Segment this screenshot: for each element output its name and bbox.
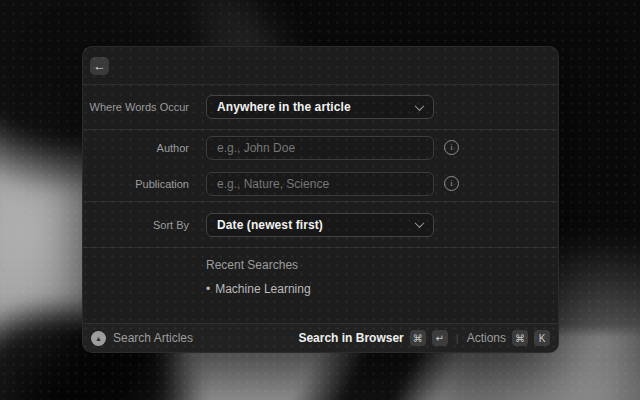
- where-words-label: Where Words Occur: [83, 101, 189, 113]
- window-header: ←: [83, 47, 558, 84]
- sort-by-label: Sort By: [83, 219, 189, 231]
- sort-by-value: Date (newest first): [217, 218, 323, 232]
- back-button[interactable]: ←: [90, 57, 109, 75]
- sort-by-select[interactable]: Date (newest first): [206, 213, 434, 237]
- actions-label: Actions: [467, 331, 506, 345]
- footer-actions: Search in Browser ⌘ ↵ | Actions ⌘ K: [298, 330, 550, 346]
- cmd-key: ⌘: [410, 330, 426, 346]
- sort-by-row: Sort By Date (newest first): [83, 201, 558, 247]
- app-icon: ▲: [91, 331, 106, 346]
- search-in-browser-button[interactable]: Search in Browser ⌘ ↵: [298, 330, 447, 346]
- where-words-row: Where Words Occur Anywhere in the articl…: [83, 84, 558, 129]
- bullet-icon: •: [206, 282, 210, 296]
- cmd-key: ⌘: [512, 330, 528, 346]
- k-key: K: [534, 330, 550, 346]
- back-arrow-icon: ←: [94, 60, 106, 72]
- enter-key: ↵: [432, 330, 448, 346]
- publication-label: Publication: [83, 178, 189, 190]
- recent-search-item-label: Machine Learning: [215, 282, 310, 296]
- publication-input[interactable]: [206, 172, 434, 196]
- publication-info-icon[interactable]: i: [444, 176, 459, 191]
- search-in-browser-label: Search in Browser: [298, 331, 403, 345]
- footer-separator: |: [456, 332, 459, 344]
- author-input[interactable]: [206, 136, 434, 160]
- recent-search-item[interactable]: •Machine Learning: [206, 282, 558, 296]
- where-words-value: Anywhere in the article: [217, 100, 351, 114]
- recent-searches-title: Recent Searches: [206, 258, 558, 272]
- chevron-down-icon: [415, 218, 425, 228]
- author-info-icon[interactable]: i: [444, 140, 459, 155]
- publication-row: Publication i: [83, 172, 558, 196]
- search-form-window: ← Where Words Occur Anywhere in the arti…: [82, 46, 559, 353]
- footer-action-bar: ▲ Search Articles Search in Browser ⌘ ↵ …: [83, 323, 558, 352]
- recent-searches-section: Recent Searches •Machine Learning: [83, 247, 558, 323]
- author-row: Author i: [83, 136, 558, 160]
- chevron-down-icon: [415, 101, 425, 111]
- where-words-select[interactable]: Anywhere in the article: [206, 95, 434, 119]
- author-label: Author: [83, 142, 189, 154]
- app-name: Search Articles: [113, 331, 193, 345]
- up-arrow-icon: ▲: [95, 335, 102, 342]
- author-publication-section: Author i Publication i: [83, 129, 558, 201]
- actions-button[interactable]: Actions ⌘ K: [467, 330, 550, 346]
